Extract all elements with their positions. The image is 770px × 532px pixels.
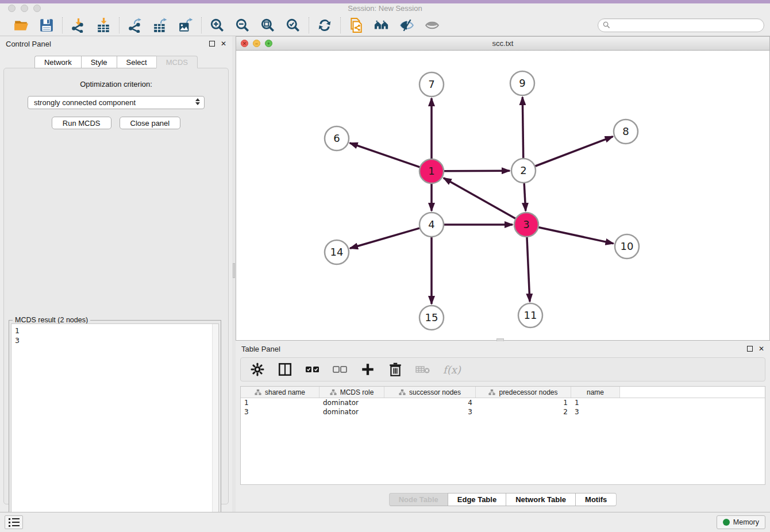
tab-style[interactable]: Style — [81, 56, 117, 68]
tab-network-table[interactable]: Network Table — [506, 493, 575, 506]
memory-label: Memory — [733, 518, 759, 526]
main-toolbar — [0, 14, 770, 36]
column-header-label: predecessor nodes — [499, 388, 557, 396]
node-label-4: 4 — [428, 218, 434, 230]
export-image-icon[interactable] — [177, 17, 194, 34]
tab-network[interactable]: Network — [34, 56, 81, 68]
birds-eye-view-icon[interactable] — [424, 17, 441, 34]
delete-column-icon[interactable] — [388, 362, 403, 377]
node-label-14: 14 — [330, 246, 344, 258]
splitter-handle[interactable] — [233, 263, 235, 278]
memory-button[interactable]: Memory — [717, 515, 765, 529]
zoom-selected-icon[interactable] — [284, 17, 302, 34]
select-all-checks-icon[interactable] — [305, 362, 320, 377]
node-label-2: 2 — [520, 164, 526, 176]
zoom-out-icon[interactable] — [234, 17, 251, 34]
table-settings-icon[interactable] — [250, 362, 265, 377]
import-table-icon[interactable] — [95, 17, 112, 34]
table-cell[interactable]: 1 — [571, 398, 620, 407]
function-builder-icon[interactable]: f(x) — [443, 364, 461, 376]
table-toolbar: f(x) — [240, 357, 765, 381]
result-scrollbar[interactable] — [212, 324, 218, 532]
tab-node-table[interactable]: Node Table — [389, 493, 448, 506]
table-row[interactable]: 1dominator411 — [241, 398, 765, 407]
node-table[interactable]: shared nameMCDS rolesuccessor nodesprede… — [240, 386, 765, 485]
tab-edge-table[interactable]: Edge Table — [448, 493, 506, 506]
column-type-icon — [330, 389, 337, 396]
table-header-row: shared nameMCDS rolesuccessor nodesprede… — [241, 387, 765, 398]
control-panel: Control Panel ✕ Network Style Select MCD… — [0, 36, 232, 512]
table-cell[interactable]: 1 — [241, 398, 319, 407]
import-network-icon[interactable] — [70, 17, 87, 34]
edge-2-3[interactable] — [524, 183, 526, 211]
mcds-result-line: 1 — [15, 326, 215, 336]
table-cell[interactable]: 2 — [476, 407, 571, 417]
node-label-11: 11 — [524, 309, 537, 321]
column-header-name[interactable]: name — [571, 387, 620, 398]
open-session-icon[interactable] — [13, 17, 30, 34]
export-network-icon[interactable] — [126, 17, 144, 34]
node-label-7: 7 — [428, 78, 434, 90]
search-input[interactable] — [613, 21, 759, 29]
tab-mcds[interactable]: MCDS — [156, 56, 198, 68]
close-panel-button[interactable]: Close panel — [120, 117, 181, 129]
export-table-icon[interactable] — [152, 17, 169, 34]
edge-4-14[interactable] — [350, 228, 420, 248]
application-window: Session: New Session — [0, 0, 770, 532]
task-history-button[interactable] — [5, 515, 23, 529]
edge-1-2[interactable] — [444, 171, 510, 171]
column-header-MCDS-role[interactable]: MCDS role — [319, 387, 384, 398]
edge-3-10[interactable] — [538, 227, 614, 243]
table-cell[interactable]: 3 — [241, 407, 319, 417]
clone-network-icon[interactable] — [348, 17, 365, 34]
node-label-10: 10 — [621, 240, 634, 252]
table-cell[interactable]: dominator — [319, 407, 384, 417]
table-row[interactable]: 3dominator323 — [241, 407, 765, 417]
node-label-8: 8 — [622, 125, 629, 137]
tab-select[interactable]: Select — [117, 56, 156, 68]
clear-checks-icon[interactable] — [333, 362, 348, 377]
tab-motifs[interactable]: Motifs — [575, 493, 617, 506]
column-header-successor-nodes[interactable]: successor nodes — [384, 387, 476, 398]
edge-3-11[interactable] — [527, 237, 530, 302]
table-cell[interactable]: 3 — [384, 407, 476, 417]
first-neighbors-icon[interactable] — [373, 17, 390, 34]
network-canvas[interactable]: 7968124314101511 — [236, 51, 769, 340]
table-cell[interactable]: dominator — [319, 398, 384, 407]
mcds-result-groupbox: MCDS result (2 nodes) 1 3 — [9, 320, 221, 532]
node-label-9: 9 — [519, 77, 525, 89]
table-panel: Table Panel ✕ — [236, 341, 770, 512]
table-cell[interactable]: 1 — [476, 398, 571, 407]
float-panel-icon[interactable] — [209, 41, 215, 47]
network-title: scc.txt — [236, 39, 769, 48]
control-panel-title: Control Panel — [6, 40, 51, 48]
float-table-panel-icon[interactable] — [747, 346, 753, 352]
save-session-icon[interactable] — [38, 17, 55, 34]
add-column-icon[interactable] — [360, 362, 375, 377]
zoom-in-icon[interactable] — [209, 17, 226, 34]
edge-2-9[interactable] — [522, 97, 523, 159]
zoom-fit-icon[interactable] — [259, 17, 276, 34]
show-columns-icon[interactable] — [278, 362, 292, 377]
edge-1-6[interactable] — [350, 143, 420, 167]
mcds-result-title: MCDS result (2 nodes) — [13, 316, 90, 324]
criterion-dropdown[interactable]: strongly connected component — [28, 96, 205, 109]
close-panel-icon[interactable]: ✕ — [221, 40, 226, 47]
graphics-details-icon[interactable] — [398, 17, 415, 34]
toolbar-search — [598, 18, 764, 32]
edge-2-8[interactable] — [535, 137, 613, 167]
run-mcds-button[interactable]: Run MCDS — [52, 117, 111, 129]
refresh-layout-icon[interactable] — [316, 17, 333, 34]
optimization-criterion-label: Optimization criterion: — [4, 80, 228, 88]
table-cell[interactable]: 4 — [384, 398, 476, 407]
table-cell[interactable]: 3 — [571, 407, 620, 417]
column-type-icon — [255, 389, 261, 396]
node-label-3: 3 — [523, 218, 529, 230]
mcds-result-textarea[interactable]: 1 3 — [11, 323, 219, 532]
column-header-shared-name[interactable]: shared name — [241, 387, 319, 398]
close-table-panel-icon[interactable]: ✕ — [759, 345, 764, 352]
delete-table-icon[interactable] — [415, 362, 430, 377]
table-panel-title: Table Panel — [241, 345, 280, 353]
edge-3-1[interactable] — [444, 178, 516, 219]
column-header-predecessor-nodes[interactable]: predecessor nodes — [476, 387, 571, 398]
